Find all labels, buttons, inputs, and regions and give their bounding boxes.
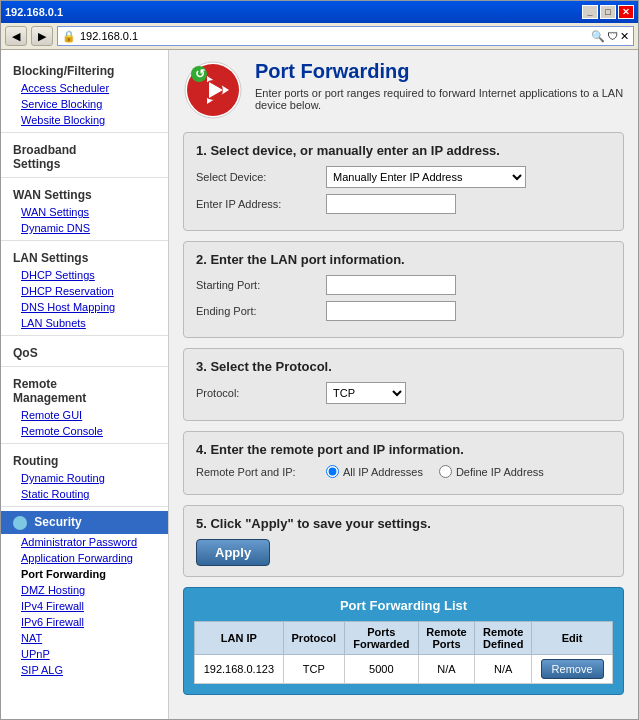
pf-table: LAN IP Protocol PortsForwarded RemotePor…: [194, 621, 613, 684]
address-input[interactable]: [80, 30, 587, 42]
label-protocol: Protocol:: [196, 387, 326, 399]
sidebar-link-dynamic-routing[interactable]: Dynamic Routing: [1, 470, 168, 486]
sidebar-link-dns-host-mapping[interactable]: DNS Host Mapping: [1, 299, 168, 315]
radio-define-ip[interactable]: Define IP Address: [439, 465, 544, 478]
form-row-starting-port: Starting Port:: [196, 275, 611, 295]
section-1-title: 1. Select device, or manually enter an I…: [196, 143, 611, 158]
sidebar-link-wan-settings[interactable]: WAN Settings: [1, 204, 168, 220]
sidebar-link-website-blocking[interactable]: Website Blocking: [1, 112, 168, 128]
title-bar: 192.168.0.1 _ □ ✕: [1, 1, 638, 23]
cell-ports-forwarded: 5000: [344, 655, 418, 684]
section-4-title: 4. Enter the remote port and IP informat…: [196, 442, 611, 457]
sidebar-section-routing: Routing: [1, 448, 168, 470]
section-2-title: 2. Enter the LAN port information.: [196, 252, 611, 267]
search-icon: 🔍: [591, 30, 605, 43]
browser-window: 192.168.0.1 _ □ ✕ ◀ ▶ 🔒 🔍 🛡 ✕ Blocking/F…: [0, 0, 639, 720]
form-row-ip: Enter IP Address:: [196, 194, 611, 214]
cell-lan-ip: 192.168.0.123: [195, 655, 284, 684]
sidebar-section-security-active[interactable]: Security: [1, 511, 168, 534]
minimize-button[interactable]: _: [582, 5, 598, 19]
radio-all-ip[interactable]: All IP Addresses: [326, 465, 423, 478]
starting-port-input[interactable]: [326, 275, 456, 295]
sidebar-link-nat[interactable]: NAT: [1, 630, 168, 646]
col-remote-ports: RemotePorts: [418, 622, 475, 655]
radio-define-ip-label: Define IP Address: [456, 466, 544, 478]
lock-icon: 🔒: [62, 30, 76, 43]
form-row-ending-port: Ending Port:: [196, 301, 611, 321]
sidebar-section-lan: LAN Settings: [1, 245, 168, 267]
sidebar-link-dhcp-reservation[interactable]: DHCP Reservation: [1, 283, 168, 299]
page-title: Port Forwarding: [255, 60, 624, 83]
section-5-title: 5. Click "Apply" to save your settings.: [196, 516, 611, 531]
divider-5: [1, 366, 168, 367]
sidebar-link-remote-console[interactable]: Remote Console: [1, 423, 168, 439]
window-title: 192.168.0.1: [5, 6, 63, 18]
section-4: 4. Enter the remote port and IP informat…: [183, 431, 624, 495]
svg-text:↺: ↺: [195, 67, 205, 81]
remove-button[interactable]: Remove: [541, 659, 604, 679]
sidebar-link-dynamic-dns[interactable]: Dynamic DNS: [1, 220, 168, 236]
col-remote-defined: RemoteDefined: [475, 622, 532, 655]
select-device-dropdown[interactable]: Manually Enter IP Address: [326, 166, 526, 188]
apply-button[interactable]: Apply: [196, 539, 270, 566]
sidebar-link-remote-gui[interactable]: Remote GUI: [1, 407, 168, 423]
back-button[interactable]: ◀: [5, 26, 27, 46]
section-3-title: 3. Select the Protocol.: [196, 359, 611, 374]
col-lan-ip: LAN IP: [195, 622, 284, 655]
sidebar-link-static-routing[interactable]: Static Routing: [1, 486, 168, 502]
radio-define-ip-input[interactable]: [439, 465, 452, 478]
label-select-device: Select Device:: [196, 171, 326, 183]
nav-bar: ◀ ▶ 🔒 🔍 🛡 ✕: [1, 23, 638, 50]
sidebar-link-ipv4-firewall[interactable]: IPv4 Firewall: [1, 598, 168, 614]
sidebar-section-broadband: BroadbandSettings: [1, 137, 168, 173]
form-row-remote: Remote Port and IP: All IP Addresses Def…: [196, 465, 611, 478]
section-1: 1. Select device, or manually enter an I…: [183, 132, 624, 231]
radio-all-ip-input[interactable]: [326, 465, 339, 478]
security-icon: [13, 516, 27, 530]
close-button[interactable]: ✕: [618, 5, 634, 19]
protocol-select[interactable]: TCP UDP Both: [326, 382, 406, 404]
form-row-protocol: Protocol: TCP UDP Both: [196, 382, 611, 404]
window-controls: _ □ ✕: [582, 5, 634, 19]
sidebar-section-remote: RemoteManagement: [1, 371, 168, 407]
sidebar-link-lan-subnets[interactable]: LAN Subnets: [1, 315, 168, 331]
divider-7: [1, 506, 168, 507]
cell-remote-defined: N/A: [475, 655, 532, 684]
sidebar-link-port-forwarding[interactable]: Port Forwarding: [1, 566, 168, 582]
address-bar-icons: 🔍 🛡 ✕: [591, 30, 629, 43]
remote-ip-radio-group: All IP Addresses Define IP Address: [326, 465, 544, 478]
sidebar-link-service-blocking[interactable]: Service Blocking: [1, 96, 168, 112]
divider-3: [1, 240, 168, 241]
table-row: 192.168.0.123 TCP 5000 N/A N/A Remove: [195, 655, 613, 684]
maximize-button[interactable]: □: [600, 5, 616, 19]
pf-list-title: Port Forwarding List: [194, 598, 613, 613]
ending-port-input[interactable]: [326, 301, 456, 321]
page-description: Enter ports or port ranges required to f…: [255, 87, 624, 111]
sidebar-section-blocking: Blocking/Filtering: [1, 58, 168, 80]
main-content: Blocking/Filtering Access Scheduler Serv…: [1, 50, 638, 719]
sidebar-link-dhcp-settings[interactable]: DHCP Settings: [1, 267, 168, 283]
forward-button[interactable]: ▶: [31, 26, 53, 46]
enter-ip-input[interactable]: [326, 194, 456, 214]
label-starting-port: Starting Port:: [196, 279, 326, 291]
col-ports-forwarded: PortsForwarded: [344, 622, 418, 655]
close-addr-icon[interactable]: ✕: [620, 30, 629, 43]
col-edit: Edit: [532, 622, 613, 655]
sidebar-link-dmz-hosting[interactable]: DMZ Hosting: [1, 582, 168, 598]
section-2: 2. Enter the LAN port information. Start…: [183, 241, 624, 338]
divider-1: [1, 132, 168, 133]
sidebar-link-sip-alg[interactable]: SIP ALG: [1, 662, 168, 678]
label-ending-port: Ending Port:: [196, 305, 326, 317]
cell-edit: Remove: [532, 655, 613, 684]
divider-6: [1, 443, 168, 444]
content-area: ↺ Port Forwarding Enter ports or port ra…: [169, 50, 638, 719]
sidebar-link-ipv6-firewall[interactable]: IPv6 Firewall: [1, 614, 168, 630]
sidebar-link-admin-password[interactable]: Administrator Password: [1, 534, 168, 550]
sidebar-link-upnp[interactable]: UPnP: [1, 646, 168, 662]
sidebar-link-app-forwarding[interactable]: Application Forwarding: [1, 550, 168, 566]
sidebar-security-label: Security: [34, 515, 81, 529]
sidebar-section-qos: QoS: [1, 340, 168, 362]
page-title-section: Port Forwarding Enter ports or port rang…: [255, 60, 624, 111]
label-enter-ip: Enter IP Address:: [196, 198, 326, 210]
sidebar-link-access-scheduler[interactable]: Access Scheduler: [1, 80, 168, 96]
